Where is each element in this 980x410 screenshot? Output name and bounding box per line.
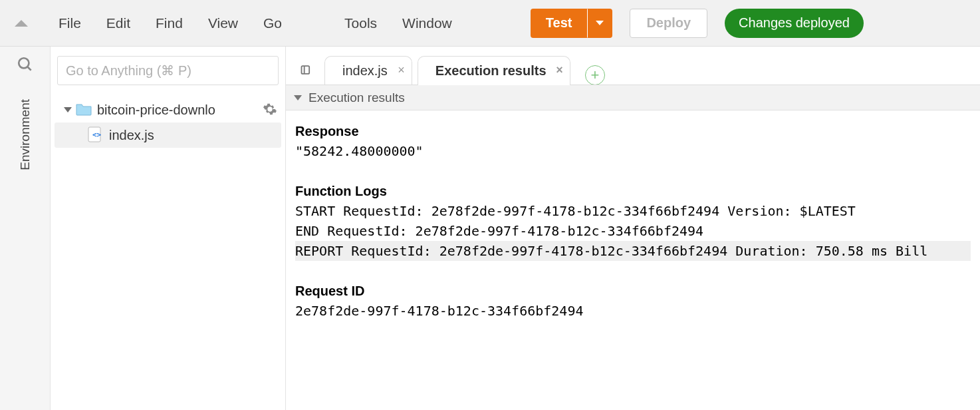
test-button[interactable]: Test <box>531 9 588 38</box>
test-button-group: Test <box>531 9 613 38</box>
tab-scroll-icon[interactable] <box>291 57 322 85</box>
menu-find[interactable]: Find <box>152 13 187 34</box>
test-dropdown-button[interactable] <box>587 9 612 38</box>
function-logs-title: Function Logs <box>295 181 971 201</box>
side-rail: Environment <box>0 47 51 410</box>
tree-file-label: index.js <box>109 128 281 143</box>
tab-label: index.js <box>342 63 388 79</box>
chevron-down-icon <box>596 21 604 25</box>
menu-tools[interactable]: Tools <box>340 13 381 34</box>
tab-execution-results[interactable]: Execution results × <box>418 56 570 85</box>
tab-label: Execution results <box>435 63 546 79</box>
svg-line-1 <box>27 67 31 70</box>
file-explorer: Go to Anything (⌘ P) bitcoin-price-downl… <box>51 47 286 410</box>
svg-point-0 <box>19 58 29 68</box>
disclosure-icon <box>64 107 72 112</box>
disclosure-icon <box>294 95 302 101</box>
svg-text:<>: <> <box>92 130 102 139</box>
search-icon[interactable] <box>17 56 34 75</box>
log-line: REPORT RequestId: 2e78f2de-997f-4178-b12… <box>295 241 971 261</box>
folder-icon <box>76 102 92 118</box>
add-tab-button[interactable]: + <box>585 65 605 85</box>
response-title: Response <box>295 121 971 141</box>
tree-folder-row[interactable]: bitcoin-price-downlo <box>55 97 281 122</box>
deploy-status-badge: Changes deployed <box>725 9 864 38</box>
menu-view[interactable]: View <box>204 13 242 34</box>
file-icon: <> <box>88 126 102 144</box>
content-area: index.js × Execution results × + Executi… <box>286 47 980 410</box>
log-line: END RequestId: 2e78f2de-997f-4178-b12c-3… <box>295 221 971 241</box>
file-tree: bitcoin-price-downlo <> index.js <box>51 95 285 148</box>
request-id-title: Request ID <box>295 281 971 301</box>
log-line: START RequestId: 2e78f2de-997f-4178-b12c… <box>295 201 971 221</box>
panel-header[interactable]: Execution results <box>286 85 980 110</box>
deploy-button[interactable]: Deploy <box>630 9 707 38</box>
tab-bar: index.js × Execution results × + <box>286 47 980 85</box>
tab-index-js[interactable]: index.js × <box>324 56 412 85</box>
goto-anything-input[interactable]: Go to Anything (⌘ P) <box>57 56 279 85</box>
tree-folder-label: bitcoin-price-downlo <box>97 102 263 118</box>
close-icon[interactable]: × <box>556 63 563 77</box>
response-body: "58242.48000000" <box>295 141 971 161</box>
tree-file-row[interactable]: <> index.js <box>55 122 281 148</box>
menu-edit[interactable]: Edit <box>102 13 134 34</box>
close-icon[interactable]: × <box>398 63 405 77</box>
collapse-icon[interactable] <box>15 20 28 27</box>
execution-results-panel: Response "58242.48000000" Function Logs … <box>286 110 980 410</box>
side-tab-environment[interactable]: Environment <box>18 89 33 181</box>
menu-file[interactable]: File <box>55 13 85 34</box>
goto-placeholder: Go to Anything (⌘ P) <box>66 63 191 79</box>
svg-rect-4 <box>302 66 310 74</box>
menu-go[interactable]: Go <box>259 13 286 34</box>
menu-window[interactable]: Window <box>398 13 456 34</box>
request-id-value: 2e78f2de-997f-4178-b12c-334f66bf2494 <box>295 301 971 321</box>
gear-icon[interactable] <box>263 102 277 118</box>
toolbar: File Edit Find View Go Tools Window Test… <box>0 0 980 47</box>
panel-header-label: Execution results <box>308 91 405 105</box>
